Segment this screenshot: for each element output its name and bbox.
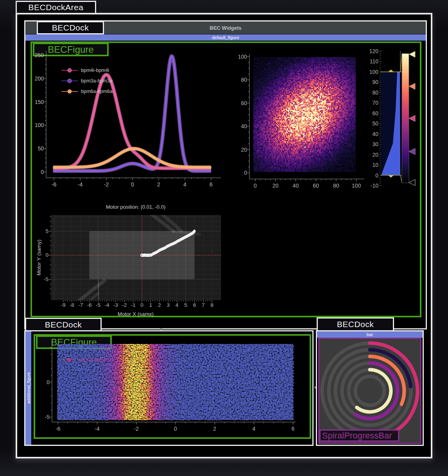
spiral-rings [319, 339, 420, 443]
svg-text:0: 0 [140, 302, 143, 308]
svg-text:-6: -6 [56, 426, 61, 432]
svg-text:-4: -4 [95, 426, 100, 432]
svg-text:20: 20 [241, 147, 247, 153]
svg-text:50: 50 [38, 145, 44, 152]
svg-text:6: 6 [292, 426, 295, 432]
svg-text:5: 5 [184, 302, 187, 308]
svg-text:-5: -5 [45, 414, 50, 420]
heatmap-plot[interactable]: 020406080100020406080100 [235, 48, 369, 193]
svg-text:0: 0 [41, 169, 44, 175]
waveform-svg[interactable]: 050100150200250-6-4-20246bpm4i-bpm4ibpm3… [37, 48, 227, 193]
svg-text:-5: -5 [44, 276, 48, 282]
svg-text:4: 4 [176, 302, 179, 308]
svg-text:bpm3a-bpm3a: bpm3a-bpm3a [81, 78, 113, 84]
svg-text:100: 100 [238, 54, 247, 60]
series-bpm4i-bpm4i [53, 75, 211, 168]
svg-text:60: 60 [372, 110, 378, 116]
svg-text:0: 0 [45, 252, 48, 258]
top-dock-title-bar[interactable]: default_figure [25, 34, 426, 41]
svg-text:bpm4i-bpm4i: bpm4i-bpm4i [79, 357, 107, 363]
svg-text:-10: -10 [371, 183, 378, 189]
svg-text:40: 40 [372, 131, 378, 137]
histogram-lut-svg[interactable]: 1201101009080706050403020100-10 [366, 48, 421, 193]
spiral-progress-widget[interactable] [318, 338, 421, 444]
svg-text:0: 0 [47, 379, 50, 385]
spiral-progress-label: SpiralProgressBar [319, 429, 399, 442]
bottom-right-dock-label-text: BECDock [337, 320, 374, 329]
svg-text:5: 5 [45, 228, 48, 234]
svg-text:-4: -4 [78, 181, 83, 188]
svg-text:0: 0 [254, 183, 257, 189]
top-dock-title-text: default_figure [212, 35, 239, 40]
svg-text:20: 20 [372, 152, 378, 158]
svg-text:-6: -6 [52, 181, 57, 188]
spiral-progress-label-text: SpiralProgressBar [322, 431, 392, 441]
svg-text:-9: -9 [61, 302, 65, 308]
top-dock-tab-title: BEC Widgets [210, 25, 242, 31]
scan2d-plot[interactable]: 0-5-6-4-20246bpm4i-bpm4i [36, 338, 312, 437]
svg-text:0: 0 [131, 181, 134, 188]
svg-text:80: 80 [241, 77, 247, 83]
scan2d-legend: bpm4i-bpm4i [63, 357, 107, 363]
svg-text:110: 110 [370, 58, 379, 64]
svg-text:-5: -5 [96, 302, 100, 308]
svg-text:50: 50 [372, 120, 378, 127]
svg-text:4: 4 [253, 426, 256, 432]
svg-text:20: 20 [272, 183, 279, 189]
waveform-plot[interactable]: 050100150200250-6-4-20246bpm4i-bpm4ibpm3… [37, 48, 227, 193]
waveform-legend: bpm4i-bpm4ibpm3a-bpm3abpm6a-bpm6a [61, 68, 113, 94]
svg-text:4: 4 [183, 181, 186, 188]
top-dock-label-text: BECDock [52, 23, 89, 32]
svg-text:2: 2 [157, 181, 160, 188]
svg-text:30: 30 [372, 141, 378, 147]
svg-text:10: 10 [372, 162, 378, 168]
svg-text:0: 0 [174, 426, 177, 432]
svg-text:-2: -2 [104, 181, 109, 188]
motor-map-plot[interactable]: -9-8-7-6-5-4-3-2-1012345678-505Motor pos… [36, 202, 229, 320]
spiral-svg[interactable] [319, 339, 420, 443]
svg-text:120: 120 [369, 48, 379, 54]
svg-text:100: 100 [35, 122, 44, 128]
svg-text:40: 40 [293, 183, 299, 189]
svg-text:3: 3 [167, 302, 170, 308]
svg-text:-6: -6 [87, 302, 92, 308]
bottom-right-dock-label: BECDock [317, 317, 394, 331]
bottom-right-dock-title-bar[interactable]: bar [317, 331, 423, 338]
svg-text:-2: -2 [134, 426, 139, 432]
motor-map-svg[interactable]: -9-8-7-6-5-4-3-2-1012345678-505Motor pos… [36, 202, 229, 320]
svg-text:60: 60 [313, 183, 319, 189]
series-bpm3a-bpm3a [53, 56, 211, 171]
svg-text:-3: -3 [113, 302, 118, 308]
dock-area-label-text: BECDockArea [29, 3, 84, 12]
bottom-left-dock-title-bar[interactable]: additional_figure [25, 331, 31, 445]
svg-text:60: 60 [241, 100, 247, 106]
svg-text:-8: -8 [70, 302, 74, 308]
top-dock-label: BECDock [37, 21, 104, 34]
motor-title: Motor position: (0.01, -0.0) [106, 204, 165, 210]
bottom-left-dock-label-text: BECDock [45, 320, 82, 329]
svg-text:bpm4i-bpm4i: bpm4i-bpm4i [81, 68, 109, 73]
bottom-left-dock-label: BECDock [25, 318, 102, 331]
svg-text:2: 2 [213, 426, 216, 432]
motor-ylabel: Motor Y (samy) [36, 240, 42, 276]
scan2d-axes-svg[interactable]: 0-5-6-4-20246bpm4i-bpm4i [36, 338, 312, 437]
svg-text:70: 70 [372, 100, 378, 106]
svg-text:250: 250 [35, 52, 44, 58]
svg-text:bpm6a-bpm6a: bpm6a-bpm6a [81, 89, 113, 94]
svg-text:0: 0 [244, 170, 247, 176]
svg-text:6: 6 [210, 181, 213, 188]
svg-text:-7: -7 [78, 302, 83, 308]
heatmap-axes-svg[interactable]: 020406080100020406080100 [235, 48, 369, 193]
svg-text:-2: -2 [122, 302, 127, 308]
histogram-lut[interactable]: 1201101009080706050403020100-10 [366, 48, 421, 193]
dock-area-label: BECDockArea [16, 1, 96, 14]
bottom-left-dock-title-text: additional_figure [26, 372, 31, 404]
svg-text:80: 80 [372, 89, 378, 96]
svg-text:6: 6 [193, 302, 196, 308]
svg-text:8: 8 [210, 302, 213, 308]
svg-text:0: 0 [375, 172, 378, 179]
svg-text:7: 7 [202, 302, 205, 308]
svg-text:100: 100 [369, 69, 379, 75]
svg-text:2: 2 [158, 302, 161, 308]
svg-text:1: 1 [149, 302, 152, 308]
